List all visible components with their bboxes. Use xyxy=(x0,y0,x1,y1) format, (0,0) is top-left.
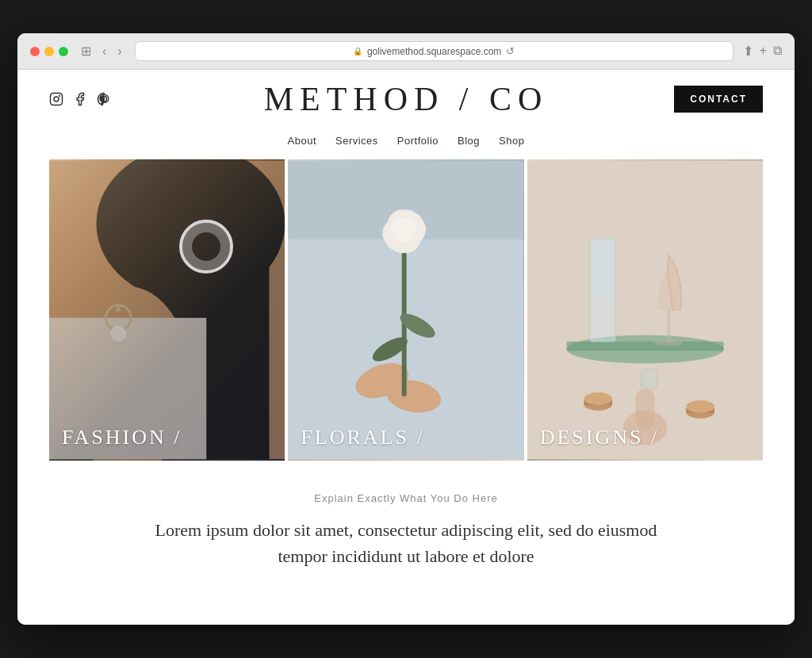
lock-icon: 🔒 xyxy=(353,47,362,55)
nav-portfolio[interactable]: Portfolio xyxy=(397,135,439,147)
forward-button[interactable]: › xyxy=(114,43,124,60)
designs-image-cell[interactable]: DESIGNS / xyxy=(527,159,763,461)
section-subtitle: Explain Exactly What You Do Here xyxy=(49,492,763,504)
address-bar[interactable]: 🔒 golivemethod.squarespace.com ↺ xyxy=(135,41,733,61)
svg-rect-0 xyxy=(51,94,63,105)
svg-point-37 xyxy=(686,400,714,413)
contact-button[interactable]: CONTACT xyxy=(674,86,763,113)
site-header: METHOD / CO CONTACT xyxy=(17,70,795,128)
fashion-image xyxy=(49,159,285,461)
section-body: Lorem ipsum dolor sit amet, consectetur … xyxy=(136,517,676,569)
fashion-image-cell[interactable]: FASHION / xyxy=(49,159,285,461)
browser-chrome: ⊞ ‹ › 🔒 golivemethod.squarespace.com ↺ ⬆… xyxy=(17,33,795,70)
tabs-icon[interactable]: ⧉ xyxy=(773,44,782,59)
svg-point-9 xyxy=(110,326,126,342)
florals-image xyxy=(288,159,523,461)
florals-label: FLORALS / xyxy=(301,426,424,450)
designs-image xyxy=(527,159,763,461)
site-title: METHOD / CO xyxy=(264,80,549,118)
svg-rect-31 xyxy=(635,388,654,430)
social-icons xyxy=(49,92,111,106)
designs-label: DESIGNS / xyxy=(540,426,660,450)
svg-rect-27 xyxy=(592,242,613,296)
florals-image-cell[interactable]: FLORALS / xyxy=(288,159,523,461)
content-section: Explain Exactly What You Do Here Lorem i… xyxy=(17,461,795,585)
window-grid-icon[interactable]: ⊞ xyxy=(78,42,94,60)
website-content: METHOD / CO CONTACT About Services Portf… xyxy=(17,70,795,625)
svg-point-29 xyxy=(654,340,683,346)
svg-rect-25 xyxy=(566,342,723,351)
browser-actions: ⬆ + ⧉ xyxy=(743,44,782,59)
svg-point-22 xyxy=(392,217,417,243)
nav-about[interactable]: About xyxy=(288,135,316,147)
nav-blog[interactable]: Blog xyxy=(458,135,480,147)
browser-window: ⊞ ‹ › 🔒 golivemethod.squarespace.com ↺ ⬆… xyxy=(17,33,795,625)
svg-rect-28 xyxy=(667,310,670,342)
nav-services[interactable]: Services xyxy=(335,135,378,147)
svg-point-10 xyxy=(116,307,121,312)
refresh-icon[interactable]: ↺ xyxy=(506,45,515,57)
svg-rect-38 xyxy=(641,369,657,388)
maximize-button[interactable] xyxy=(59,47,68,56)
new-tab-icon[interactable]: + xyxy=(760,44,767,59)
instagram-icon[interactable] xyxy=(49,92,63,106)
nav-shop[interactable]: Shop xyxy=(499,135,524,147)
close-button[interactable] xyxy=(30,47,40,56)
image-grid: FASHION / xyxy=(49,159,763,461)
traffic-lights xyxy=(30,47,68,56)
share-icon[interactable]: ⬆ xyxy=(743,44,753,59)
svg-point-1 xyxy=(54,97,59,101)
site-nav: About Services Portfolio Blog Shop xyxy=(17,128,795,159)
url-text: golivemethod.squarespace.com xyxy=(367,46,501,57)
svg-point-34 xyxy=(584,392,612,405)
svg-point-2 xyxy=(59,96,60,97)
pinterest-icon[interactable] xyxy=(97,92,111,106)
site-title-area: METHOD / CO xyxy=(264,80,549,118)
back-button[interactable]: ‹ xyxy=(99,43,109,60)
fashion-label: FASHION / xyxy=(62,426,182,450)
browser-controls: ⊞ ‹ › xyxy=(78,42,125,60)
facebook-icon[interactable] xyxy=(73,92,87,106)
minimize-button[interactable] xyxy=(44,47,54,56)
